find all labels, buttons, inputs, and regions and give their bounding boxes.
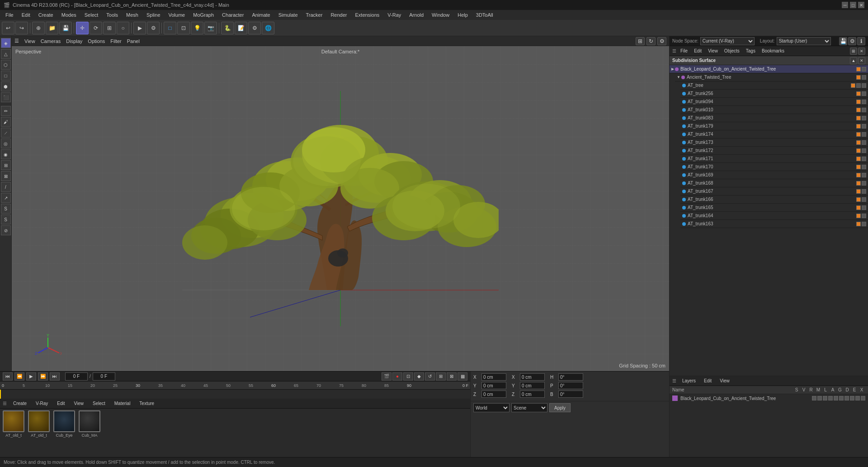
tree-item-trunk172[interactable]: AT_trunk172 (680, 147, 868, 155)
menu-mograph[interactable]: MoGraph (189, 11, 217, 19)
coord-p-input[interactable] (558, 382, 583, 389)
stop-btn[interactable]: ⊠ (447, 372, 457, 381)
play-prev-btn[interactable]: ⏪ (14, 372, 24, 381)
polygon-mode-btn[interactable]: △ (1, 49, 11, 59)
viewport-shading[interactable]: □ (164, 22, 176, 34)
menu-3dtoall[interactable]: 3DToAll (472, 11, 497, 19)
keyframe-btn[interactable]: ◆ (414, 372, 424, 381)
coord-y-input[interactable] (481, 382, 506, 389)
measure-tool[interactable]: S (1, 214, 11, 224)
apply-button[interactable]: Apply (549, 403, 571, 412)
tree-item-trunk094[interactable]: AT_trunk094 (680, 98, 868, 106)
rp-save-btn[interactable]: 💾 (839, 37, 847, 45)
point-mode-btn[interactable]: □ (1, 71, 11, 81)
menu-create[interactable]: Create (35, 11, 57, 19)
web-btn[interactable]: 🌐 (262, 22, 274, 34)
tree-collapse-btn[interactable]: ▲ (850, 57, 857, 64)
tree-item-trunk165[interactable]: AT_trunk165 (680, 204, 868, 212)
menu-vray[interactable]: V-Ray (384, 11, 405, 19)
vp-view-menu[interactable]: View (24, 38, 35, 44)
camera-btn[interactable]: 📷 (204, 22, 217, 34)
vp-options-menu[interactable]: Options (88, 38, 105, 44)
settings-btn[interactable]: ⚙ (248, 22, 261, 34)
material-item-3[interactable]: Cub_Eye (53, 410, 75, 438)
tree-item-trunk168[interactable]: AT_trunk168 (680, 179, 868, 187)
obj-view-menu[interactable]: View (706, 48, 720, 53)
tree-item-trunk083[interactable]: AT_trunk083 (680, 114, 868, 122)
new-button[interactable]: ⊕ (32, 22, 45, 34)
python-btn[interactable]: 🐍 (221, 22, 234, 34)
menu-window[interactable]: Window (428, 11, 453, 19)
menu-select[interactable]: Select (81, 11, 102, 19)
wireframe-btn[interactable]: ⊡ (177, 22, 190, 34)
menu-simulate[interactable]: Simulate (275, 11, 302, 19)
total-frame-input[interactable] (93, 372, 115, 381)
obj-collapse-btn[interactable]: ✕ (858, 48, 865, 55)
coord-b-input[interactable] (558, 391, 583, 398)
viewport[interactable]: Perspective Default Camera:* Grid Spacin… (12, 46, 669, 371)
object-mode-btn[interactable]: ⬢ (1, 81, 11, 91)
obj-tags-menu[interactable]: Tags (744, 48, 758, 53)
open-button[interactable]: 📁 (46, 22, 58, 34)
tree-item-trunk163[interactable]: AT_trunk163 (680, 220, 868, 228)
world-select[interactable]: World Object Parent (473, 403, 509, 412)
material-item-2[interactable]: AT_old_t (28, 410, 50, 438)
vp-menu-icon[interactable]: ☰ (14, 38, 19, 44)
tree-item-trunk167[interactable]: AT_trunk167 (680, 187, 868, 195)
obj-expand-btn[interactable]: ⊞ (850, 48, 857, 55)
obj-edit-menu[interactable]: Edit (692, 48, 704, 53)
render-preview-btn[interactable]: 🎬 (382, 372, 392, 381)
tree-item-trunk173[interactable]: AT_trunk173 (680, 138, 868, 147)
menu-spline[interactable]: Spline (143, 11, 164, 19)
layers-menu[interactable]: Layers (680, 378, 698, 383)
obj-bookmarks-menu[interactable]: Bookmarks (760, 48, 787, 53)
magnet-tool[interactable]: ◎ (1, 138, 11, 148)
menu-modes[interactable]: Modes (58, 11, 80, 19)
redo-button[interactable]: ↪ (15, 22, 28, 34)
select-tool[interactable]: ✛ (76, 22, 89, 34)
tree-item-at-tree[interactable]: AT_tree (680, 81, 868, 90)
material-item-1[interactable]: AT_old_t (3, 410, 24, 438)
tree-item-trunk169[interactable]: AT_trunk169 (680, 171, 868, 179)
vp-restore-btn[interactable]: ↻ (646, 37, 656, 45)
vp-settings-btn[interactable]: ⚙ (657, 37, 666, 45)
mat-material-menu[interactable]: Material (112, 401, 133, 406)
tree-item-trunk256[interactable]: AT_trunk256 (680, 90, 868, 98)
render-settings[interactable]: ⚙ (147, 22, 160, 34)
layout-select[interactable]: Startup (User) (777, 37, 831, 45)
knife-tool[interactable]: ⟋ (1, 128, 11, 138)
loop-btn[interactable]: ↺ (425, 372, 435, 381)
minimize-button[interactable]: ─ (842, 2, 848, 8)
menu-arnold[interactable]: Arnold (406, 11, 427, 19)
tree-item-trunk174[interactable]: AT_trunk174 (680, 130, 868, 138)
tree-item-trunk170[interactable]: AT_trunk170 (680, 163, 868, 171)
rp-info-btn[interactable]: ℹ (857, 37, 865, 45)
material-item-4[interactable]: Cub_MA (79, 410, 100, 438)
coord-z-input[interactable] (481, 391, 506, 398)
tree-item-trunk166[interactable]: AT_trunk166 (680, 195, 868, 204)
obj-file-menu[interactable]: File (678, 48, 690, 53)
extra-tool1[interactable]: ⊘ (1, 225, 11, 235)
record-btn[interactable]: ● (392, 372, 402, 381)
edge-mode-btn[interactable]: ⬡ (1, 60, 11, 70)
menu-mesh[interactable]: Mesh (123, 11, 142, 19)
play-first-btn[interactable]: ⏮ (3, 372, 13, 381)
grid-tool[interactable]: ⊠ (1, 171, 11, 181)
maximize-button[interactable]: □ (850, 2, 856, 8)
mat-texture-menu[interactable]: Texture (137, 401, 157, 406)
brush-tool[interactable]: 🖌 (1, 117, 11, 127)
vp-display-menu[interactable]: Display (66, 38, 82, 44)
model-mode-btn[interactable]: ◈ (1, 38, 11, 48)
snap-tool[interactable]: S (1, 204, 11, 214)
menu-render[interactable]: Render (327, 11, 350, 19)
coord-y2-input[interactable] (520, 382, 545, 389)
undo-button[interactable]: ↩ (2, 22, 14, 34)
layers-view-menu[interactable]: View (717, 378, 732, 383)
tree-close-btn[interactable]: ✕ (858, 57, 865, 64)
scale-select[interactable]: Scene Local (511, 403, 547, 412)
timeline-track[interactable] (0, 390, 470, 399)
scale-tool[interactable]: ⊞ (103, 22, 116, 34)
play-btn[interactable]: ▶ (26, 372, 36, 381)
motion-trail-btn[interactable]: ⊡ (403, 372, 413, 381)
menu-character[interactable]: Character (218, 11, 247, 19)
